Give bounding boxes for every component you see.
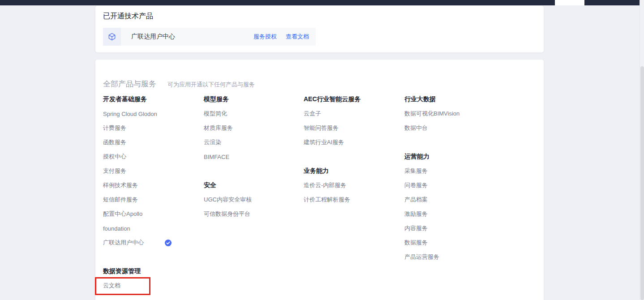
product-item-label: 数据服务 <box>404 239 428 247</box>
product-item-label: 激励服务 <box>404 210 428 218</box>
product-item-label: 短信邮件服务 <box>103 196 138 204</box>
product-group: 运营能力采集服务问卷服务产品档案激励服务内容服务数据服务产品运营服务 <box>404 150 502 264</box>
product-group: 模型服务模型简化材质库服务云渲染BIMFACE <box>204 92 301 164</box>
all-products-subtitle: 可为应用开通以下任何产品与服务 <box>167 81 255 89</box>
product-item[interactable]: 云渲染 <box>204 135 301 150</box>
group-header: 业务能力 <box>304 164 401 178</box>
product-item-label: 造价云-内部服务 <box>304 181 346 189</box>
activated-products-title: 已开通技术产品 <box>103 12 153 21</box>
activated-products-card: 已开通技术产品 广联达用户中心 服务授权 查看文档 <box>95 6 544 52</box>
product-item-label: 云文档 <box>103 282 120 290</box>
topbar-white-segment <box>555 0 584 5</box>
group-header: 开发者基础服务 <box>103 92 201 107</box>
product-item-label: 配置中心Apollo <box>103 210 142 218</box>
product-item[interactable]: 模型简化 <box>204 107 301 121</box>
group-header: 运营能力 <box>404 150 502 164</box>
product-item[interactable]: 配置中心Apollo <box>103 207 201 221</box>
product-icon-cell <box>103 28 121 46</box>
product-item-label: Spring Cloud Glodon <box>103 111 157 117</box>
group-header: 模型服务 <box>204 92 301 107</box>
product-item-label: 采集服务 <box>404 167 428 175</box>
product-item-label: 产品运营服务 <box>404 253 439 261</box>
product-item[interactable]: foundation <box>103 221 201 236</box>
product-item-label: 支付服务 <box>103 167 126 175</box>
group-header: 数据资源管理 <box>103 264 201 279</box>
product-item-label: 计费服务 <box>103 124 126 132</box>
product-group: 行业大数据数据可视化BIMVision数据中台 <box>404 92 502 135</box>
product-item[interactable]: UGC内容安全审核 <box>204 193 301 207</box>
product-item[interactable]: 产品档案 <box>404 193 502 207</box>
product-item-label: 数据中台 <box>404 124 428 132</box>
product-item-label: 问卷服务 <box>404 181 428 189</box>
product-item[interactable]: 计价工程解析服务 <box>304 193 401 207</box>
product-item[interactable]: 授权中心 <box>103 150 201 164</box>
product-item[interactable]: 造价云-内部服务 <box>304 178 401 193</box>
product-name: 广联达用户中心 <box>131 33 175 41</box>
scrollbar-thumb[interactable] <box>640 66 644 300</box>
product-item[interactable]: 数据可视化BIMVision <box>404 107 502 121</box>
product-column-4: 行业大数据数据可视化BIMVision数据中台运营能力采集服务问卷服务产品档案激… <box>404 92 502 264</box>
product-item[interactable]: 数据服务 <box>404 236 502 250</box>
all-products-header: 全部产品与服务 可为应用开通以下任何产品与服务 <box>103 79 255 89</box>
product-item-label: 广联达用户中心 <box>103 239 144 247</box>
product-item[interactable]: 可信数据身份平台 <box>204 207 301 221</box>
product-item[interactable]: BIMFACE <box>204 150 301 164</box>
product-item[interactable]: 采集服务 <box>404 164 502 178</box>
product-item[interactable]: 内容服务 <box>404 221 502 236</box>
check-icon <box>165 240 172 246</box>
group-header: 行业大数据 <box>404 92 502 107</box>
all-products-card: 全部产品与服务 可为应用开通以下任何产品与服务 开发者基础服务Spring Cl… <box>95 60 544 300</box>
view-docs-link[interactable]: 查看文档 <box>286 33 309 41</box>
product-row-actions: 服务授权 查看文档 <box>253 33 316 41</box>
product-item-label: 产品档案 <box>404 196 428 204</box>
product-item-label: 授权中心 <box>103 153 126 161</box>
cube-icon <box>107 32 116 41</box>
product-item-label: foundation <box>103 225 130 232</box>
product-item-label: 计价工程解析服务 <box>304 196 350 204</box>
product-item[interactable]: 数据中台 <box>404 121 502 135</box>
activated-product-row[interactable]: 广联达用户中心 服务授权 查看文档 <box>103 28 316 46</box>
service-authorization-link[interactable]: 服务授权 <box>253 33 277 41</box>
product-column-1: 开发者基础服务Spring Cloud Glodon计费服务函数服务授权中心支付… <box>103 92 201 293</box>
product-item[interactable]: 函数服务 <box>103 135 201 150</box>
product-item[interactable]: 激励服务 <box>404 207 502 221</box>
product-item-label: 建筑行业AI服务 <box>304 138 344 146</box>
product-group: 业务能力造价云-内部服务计价工程解析服务 <box>304 164 401 207</box>
product-group: 安全UGC内容安全审核可信数据身份平台 <box>204 178 301 221</box>
product-item[interactable]: 问卷服务 <box>404 178 502 193</box>
product-item[interactable]: 材质库服务 <box>204 121 301 135</box>
product-item-label: 函数服务 <box>103 138 126 146</box>
product-columns: 开发者基础服务Spring Cloud Glodon计费服务函数服务授权中心支付… <box>103 92 536 300</box>
product-item[interactable]: 云文档 <box>103 279 201 293</box>
product-group: AEC行业智能云服务云盒子智能问答服务建筑行业AI服务 <box>304 92 401 150</box>
all-products-title: 全部产品与服务 <box>103 79 156 89</box>
product-item[interactable]: 广联达用户中心 <box>103 236 201 250</box>
product-item[interactable]: 智能问答服务 <box>304 121 401 135</box>
page: 已开通技术产品 广联达用户中心 服务授权 查看文档 全部产品与服务 可为应用开通… <box>0 0 644 300</box>
product-item-label: 内容服务 <box>404 224 428 232</box>
product-item-label: BIMFACE <box>204 154 229 160</box>
product-group: 开发者基础服务Spring Cloud Glodon计费服务函数服务授权中心支付… <box>103 92 201 250</box>
group-header: AEC行业智能云服务 <box>304 92 401 107</box>
product-column-2: 模型服务模型简化材质库服务云渲染BIMFACE安全UGC内容安全审核可信数据身份… <box>204 92 301 221</box>
product-item-label: UGC内容安全审核 <box>204 196 252 204</box>
product-item-label: 材质库服务 <box>204 124 233 132</box>
product-item[interactable]: 建筑行业AI服务 <box>304 135 401 150</box>
product-item-label: 数据可视化BIMVision <box>404 110 459 118</box>
product-item[interactable]: 云盒子 <box>304 107 401 121</box>
product-item[interactable]: 短信邮件服务 <box>103 193 201 207</box>
topbar <box>0 0 640 5</box>
product-item[interactable]: 支付服务 <box>103 164 201 178</box>
product-item-label: 智能问答服务 <box>304 124 339 132</box>
product-group: 数据资源管理云文档 <box>103 264 201 293</box>
product-item[interactable]: 计费服务 <box>103 121 201 135</box>
product-item[interactable]: 样例技术服务 <box>103 178 201 193</box>
group-header: 安全 <box>204 178 301 193</box>
product-item-label: 模型简化 <box>204 110 227 118</box>
product-item-label: 样例技术服务 <box>103 181 138 189</box>
vertical-scrollbar[interactable] <box>640 0 644 300</box>
product-item-label: 云渲染 <box>204 138 221 146</box>
product-item[interactable]: 产品运营服务 <box>404 250 502 264</box>
product-item[interactable]: Spring Cloud Glodon <box>103 107 201 121</box>
product-item-label: 可信数据身份平台 <box>204 210 250 218</box>
